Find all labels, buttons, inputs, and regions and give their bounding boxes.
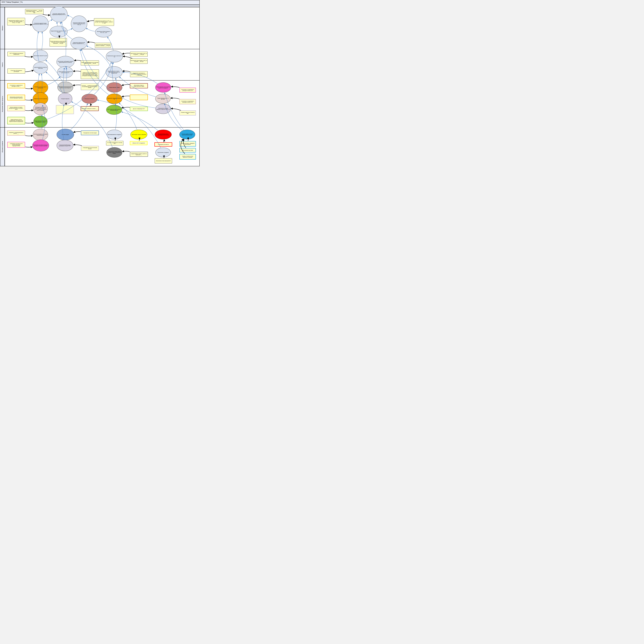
goal-K_DOP[interactable]: Предоставление не менее __ дополнительны… bbox=[106, 66, 122, 78]
goal-O_BESP[interactable]: Бесперебойная работа информационной сист… bbox=[155, 130, 172, 139]
goal-K_CENA[interactable]: Предоставление оптимальной цены на рынке… bbox=[57, 66, 73, 78]
node-label: 100 % соблюдение договорных обязательств bbox=[8, 53, 25, 55]
node-label: Нормы и стоимость услуг доработки и упак… bbox=[180, 156, 196, 158]
node-label: Обеспечение необходимого уровня удовлетв… bbox=[57, 61, 74, 63]
kpi-KB7[interactable]: Заключение договоров на дополнительные у… bbox=[130, 71, 148, 77]
goal-O_PRICE[interactable]: Наличие прайса оказания дополнительных у… bbox=[179, 130, 195, 139]
node-label: Норматив по загрузке/выгрузке с учётом _… bbox=[8, 132, 25, 134]
goal-F_BL[interactable]: Получение заданной нормы маржинальной пр… bbox=[32, 16, 48, 32]
node-label: Соблюдение сроков выполнения заказов на … bbox=[58, 86, 73, 88]
goal-V_REG[interactable]: Регламент расхода сырья и материалов bbox=[33, 81, 48, 94]
goal-F_ML[interactable]: Получение заданной нормы маржинальной пр… bbox=[71, 16, 87, 32]
kpi-KB4[interactable]: Уровень цен на основные классы горячеоци… bbox=[81, 69, 99, 79]
goal-K_VYP[interactable]: Выполнение заказов ГЦ в срок bbox=[33, 50, 48, 62]
kpi-OB9[interactable]: Заключен договор с подрядной организацие… bbox=[179, 141, 196, 147]
row-label-strip-processes: Внутренние бизнес-процессы bbox=[0, 81, 5, 127]
kpi-VB8[interactable]: Выполнение плана по предоставлению ЛИДов bbox=[130, 83, 148, 88]
subheader-band bbox=[0, 5, 199, 7]
goal-O_NAL[interactable]: Наличие регламента по нормам загрузки/вы… bbox=[33, 129, 48, 141]
goal-V_POGR[interactable]: Соблюдение регламента погрузочно-разгруз… bbox=[33, 103, 48, 115]
goal-V_PROIZ[interactable]: Повышение производительности БЛ bbox=[107, 94, 122, 104]
kpi-VB13[interactable]: Толщина покрытия не более 60 мкм bbox=[179, 110, 196, 116]
goal-O_VHOD[interactable]: Выполнение регламента входного/выходного… bbox=[32, 140, 49, 151]
kpi-VB2[interactable]: Выполнение регламента KPI соответствующи… bbox=[7, 95, 25, 100]
kpi-VB5[interactable]: Не более __ с момента поступления на про… bbox=[81, 83, 99, 90]
node-label: Выполнение регламента входного/выходного… bbox=[33, 144, 49, 147]
node-label: Номы времени доставки bbox=[182, 150, 193, 151]
goal-O_OBU[interactable]: Выполнение плана по обучению bbox=[130, 130, 147, 139]
kpi-OB7[interactable]: Среднегодовая стоимость цинка не превыша… bbox=[130, 152, 148, 157]
node-label: Повышение производительности БЛ bbox=[107, 98, 122, 100]
node-label: Предоставление актуальной информации по … bbox=[34, 120, 47, 123]
kpi-KB3[interactable]: Индекс удовлетворённости по группам това… bbox=[81, 60, 99, 66]
goal-O_SIST[interactable]: Система продаж bbox=[57, 129, 74, 140]
kpi-OB11[interactable]: Нормы и стоимость услуг доработки и упак… bbox=[179, 154, 196, 160]
node-label: Предоставление ЛИДов bbox=[109, 87, 120, 88]
kpi-KB1[interactable]: 100 % соблюдение договорных обязательств bbox=[7, 52, 25, 56]
kpi-OB5[interactable]: З/п 100 % сотрудников по системе KPI bbox=[106, 141, 123, 145]
goal-F_POV[interactable]: Повышение маржинальной прибыли направлен… bbox=[71, 37, 87, 49]
kpi-OB6[interactable]: Обучено 100 % сотрудников bbox=[130, 141, 147, 145]
kpi-B_left[interactable]: Маржинальная прибыль по БЛ_ГЦ ___ млн.ру… bbox=[7, 18, 25, 25]
kpi-OB4[interactable]: Утверждённый технологический процесс bbox=[81, 146, 99, 151]
kpi-VB10[interactable]: Доступ к информации 24/7 bbox=[130, 107, 148, 111]
kpi-VB6[interactable] bbox=[56, 105, 74, 114]
node-label: Обучено 100 % сотрудников bbox=[132, 142, 145, 144]
kpi-OB10[interactable]: Номы времени доставки bbox=[179, 148, 196, 152]
kpi-VB7[interactable]: Показатель конверсии не менее ____ bbox=[81, 106, 99, 111]
kpi-VB9[interactable] bbox=[130, 95, 148, 100]
kpi-B_top[interactable]: Маржинальная прибыль ___ млн.руб. при об… bbox=[25, 9, 44, 14]
row-label-learning: Обучение и развитие bbox=[2, 141, 3, 152]
node-label: Предоставление услуг упаковки/доработки … bbox=[155, 86, 171, 89]
goal-V_MARK[interactable]: Предоставление актуальной информации по … bbox=[33, 116, 47, 128]
goal-V_KONV[interactable]: Повышение конверсии bbox=[82, 94, 97, 104]
kpi-B_dop[interactable]: Дополнительная маржинальная прибыль в ра… bbox=[95, 43, 111, 48]
kpi-B_right[interactable]: Маржинальная прибыль по МЛ_ГЦ ___ млн.ру… bbox=[94, 18, 114, 26]
goal-V_DOSTUP[interactable]: 100 % клиентов имеют доступ к личному ка… bbox=[106, 105, 122, 115]
goal-V_TONK[interactable]: Уменьшение толщины цинкового покрытия на… bbox=[155, 104, 171, 114]
goal-V_SROK[interactable]: Соблюдение сроков выполнения заказов на … bbox=[57, 82, 73, 93]
node-label: Выполнение заказов ГЦ в срок bbox=[33, 55, 48, 56]
node-label: Бесперебойная работа информационной сист… bbox=[155, 133, 171, 136]
node-label: Заключение договоров на дополнительные у… bbox=[130, 73, 148, 76]
kpi-VB4[interactable]: Предоставление отчёта в соответствие с р… bbox=[7, 117, 25, 124]
kpi-KB5[interactable]: Выполнение плана продаж по БЛ_ГЦ на уров… bbox=[130, 52, 148, 57]
node-label: Повышение маржинальной прибыли направлен… bbox=[71, 42, 87, 44]
node-label: Наличие прайса оказания дополнительных у… bbox=[180, 133, 195, 136]
goal-K_PRIV[interactable]: Привлечение новых клиентов по ГЦ bbox=[106, 51, 123, 62]
kpi-OB3[interactable]: Утверждённая система продаж bbox=[81, 130, 99, 135]
node-label bbox=[65, 109, 65, 110]
goal-K_UDQ[interactable]: Удовлетворённость клиентов качеством bbox=[33, 62, 48, 74]
node-label: З/п 100 % сотрудников по системе KPI bbox=[106, 142, 123, 144]
goal-O_ZAM[interactable]: Замотивированные сотрудники bbox=[107, 130, 122, 139]
kpi-VB12[interactable]: Отклонение от нормативного расхода не бо… bbox=[179, 99, 196, 104]
kpi-KB2[interactable]: Отсутствие обоснованных рекламаций bbox=[7, 69, 25, 74]
goal-V_DOST[interactable]: Предоставление услуг по доставке bbox=[155, 94, 171, 104]
node-label: Толщина покрытия bbox=[61, 98, 70, 99]
kpi-OB1[interactable]: Норматив по загрузке/выгрузке с учётом _… bbox=[7, 130, 25, 136]
kpi-VB3[interactable]: Затраты времени на погрузо-разгрузочные … bbox=[7, 105, 25, 111]
goal-O_CINK[interactable]: Обеспечение среднегодовой стоиомсти цинк… bbox=[107, 147, 122, 158]
goal-O_TEH[interactable]: Технологический процесс цинкования согла… bbox=[57, 140, 73, 151]
node-label: Не более __ с момента поступления на про… bbox=[81, 85, 98, 88]
kpi-VB11[interactable]: Отклонение от нормативного расхода не бо… bbox=[179, 88, 196, 93]
kpi-VB1[interactable]: Отклонение от нормативного расхода не бо… bbox=[7, 83, 25, 88]
row-label-finances: Финансы bbox=[2, 26, 3, 31]
goal-F_GC[interactable]: Получение заданной нормы маржинальной пр… bbox=[50, 6, 67, 22]
goal-V_UPAK[interactable]: Предоставление услуг упаковки/доработки … bbox=[155, 82, 171, 93]
goal-F_OTS[interactable]: Предоставление отсрочки не более 45 дней bbox=[50, 26, 67, 37]
kpi-OB8[interactable]: Соблюдение регламента bbox=[154, 142, 172, 147]
goal-F_UVEL[interactable]: Увеличение объёма продаж по МЛ_ГЦ в _ ра… bbox=[95, 27, 112, 37]
kpi-KB6[interactable]: Выполнение плана продаж по МЛ_ГЦ на уров… bbox=[130, 58, 148, 64]
kpi-B_dz[interactable]: Размер максимально допустимой ДЗ на коне… bbox=[50, 38, 67, 46]
node-label: Выполнение плана продаж по МЛ_ГЦ на уров… bbox=[130, 60, 148, 62]
goal-V_LID[interactable]: Предоставление ЛИДов bbox=[107, 82, 122, 93]
goal-O_VOVL[interactable]: Вовлечённые сотрудники bbox=[155, 148, 171, 157]
kpi-OB12[interactable]: Выполнение плана мероприятий bbox=[155, 158, 172, 163]
node-label: Толщина покрытия не более 60 мкм bbox=[180, 112, 196, 114]
goal-K_OBES[interactable]: Обеспечение необходимого уровня удовлетв… bbox=[57, 56, 74, 68]
kpi-OB2[interactable]: Соблюдение регламента KPI соответствующи… bbox=[7, 142, 25, 148]
node-label: Получение заданной нормы маржинальной пр… bbox=[32, 23, 48, 25]
node-label: Отклонение от нормативного расхода не бо… bbox=[180, 101, 196, 103]
goal-V_TOLSH[interactable]: Толщина покрытия bbox=[58, 93, 72, 105]
